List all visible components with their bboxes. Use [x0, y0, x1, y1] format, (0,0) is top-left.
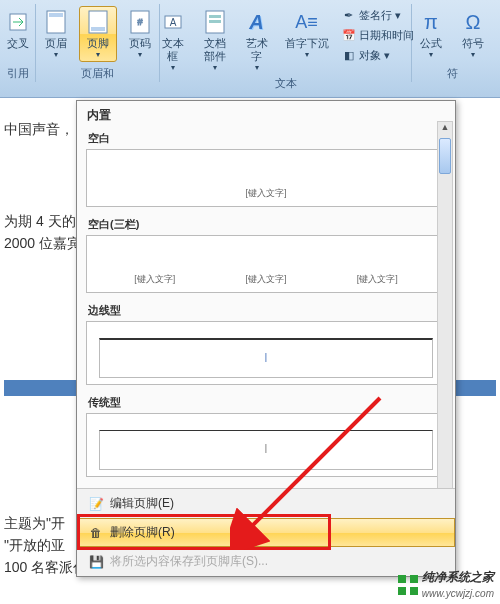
chevron-down-icon: ▾ [429, 50, 433, 59]
wordart-icon: A [244, 9, 270, 35]
footer-button[interactable]: 页脚 ▾ [79, 6, 117, 62]
signature-icon: ✒ [342, 9, 356, 23]
gallery-footer-menu: 📝 编辑页脚(E) 🗑 删除页脚(R) 💾 将所选内容保存到页脚库(S)... [77, 488, 455, 576]
gallery-item-border[interactable]: 边线型 | [85, 302, 447, 386]
chevron-down-icon: ▾ [138, 50, 142, 59]
group-references: 交叉 引用 [0, 4, 36, 82]
parts-icon [202, 9, 228, 35]
signature-line-button[interactable]: ✒签名行 ▾ [338, 6, 418, 25]
scroll-thumb[interactable] [439, 138, 451, 174]
delete-icon: 🗑 [88, 525, 104, 541]
svg-text:A: A [169, 17, 176, 28]
gallery-item-traditional[interactable]: 传统型 | [85, 394, 447, 478]
edit-icon: 📝 [88, 496, 104, 512]
remove-footer-menuitem[interactable]: 🗑 删除页脚(R) [77, 518, 455, 547]
footer-icon [85, 9, 111, 35]
chevron-down-icon: ▾ [305, 50, 309, 59]
chevron-down-icon: ▾ [171, 63, 175, 72]
datetime-icon: 📅 [342, 29, 356, 43]
datetime-button[interactable]: 📅日期和时间 [338, 26, 418, 45]
wordart-button[interactable]: A 艺术字 ▾ [238, 6, 276, 75]
object-icon: ◧ [342, 49, 356, 63]
quick-parts-button[interactable]: 文档部件 ▾ [196, 6, 234, 75]
svg-text:#: # [137, 17, 142, 27]
chevron-down-icon: ▾ [471, 50, 475, 59]
ribbon: 交叉 引用 页眉 ▾ 页脚 ▾ # 页码 ▾ [0, 0, 500, 98]
svg-rect-2 [49, 13, 63, 17]
svg-rect-11 [209, 20, 221, 23]
crossref-icon [5, 9, 31, 35]
group-text: A 文本框 ▾ 文档部件 ▾ A 艺术字 ▾ A≡ 首字下沉 ▾ [160, 4, 412, 82]
chevron-down-icon: ▾ [54, 50, 58, 59]
equation-button[interactable]: π 公式 ▾ [412, 6, 450, 62]
header-icon [43, 9, 69, 35]
chevron-down-icon: ▾ [255, 63, 259, 72]
footer-gallery-dropdown: 内置 空白 [键入文字] 空白(三栏) [键入文字] [键入文字] [键入文字]… [76, 100, 456, 577]
edit-footer-menuitem[interactable]: 📝 编辑页脚(E) [77, 489, 455, 518]
gallery-item-blank3[interactable]: 空白(三栏) [键入文字] [键入文字] [键入文字] [85, 216, 447, 294]
dropcap-button[interactable]: A≡ 首字下沉 ▾ [280, 6, 334, 62]
group-symbols: π 公式 ▾ Ω 符号 ▾ 符 [412, 4, 492, 82]
save-icon: 💾 [88, 554, 104, 570]
textbox-button[interactable]: A 文本框 ▾ [154, 6, 192, 75]
pi-icon: π [418, 9, 444, 35]
svg-rect-10 [209, 15, 221, 18]
header-button[interactable]: 页眉 ▾ [37, 6, 75, 62]
dropcap-icon: A≡ [294, 9, 320, 35]
cross-reference-button[interactable]: 交叉 [0, 6, 37, 53]
symbol-button[interactable]: Ω 符号 ▾ [454, 6, 492, 62]
watermark: 纯净系统之家 www.ycwjzj.com [398, 569, 494, 600]
gallery-item-blank[interactable]: 空白 [键入文字] [85, 130, 447, 208]
chevron-down-icon: ▾ [213, 63, 217, 72]
svg-rect-4 [91, 27, 105, 31]
gallery-section-builtin: 内置 [77, 101, 455, 128]
scroll-up-icon[interactable]: ▲ [438, 122, 452, 136]
group-header-footer: 页眉 ▾ 页脚 ▾ # 页码 ▾ 页眉和 [36, 4, 160, 82]
watermark-logo-icon [398, 575, 418, 595]
pagenum-icon: # [127, 9, 153, 35]
chevron-down-icon: ▾ [96, 50, 100, 59]
omega-icon: Ω [460, 9, 486, 35]
textbox-icon: A [160, 9, 186, 35]
gallery-scrollbar[interactable]: ▲ ▼ [437, 121, 453, 488]
object-button[interactable]: ◧对象 ▾ [338, 46, 418, 65]
